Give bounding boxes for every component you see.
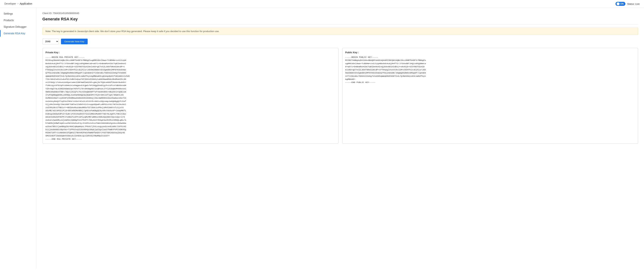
sidebar-item-signature-debugger[interactable]: Signature Debugger (0, 23, 36, 30)
layout: Settings Products Signature Debugger Gen… (0, 7, 644, 269)
client-id-row: Client ID: 75643014516509000045 (42, 12, 638, 14)
toggle-label: ON (620, 2, 624, 5)
live-toggle[interactable]: ON (616, 2, 626, 6)
sidebar-signature-label: Signature Debugger (4, 25, 26, 28)
breadcrumb: Developer > Application (4, 2, 32, 5)
status-area: ON Status: Live (616, 2, 640, 6)
keys-container: Private Key : -----BEGIN RSA PRIVATE KEY… (42, 48, 638, 144)
sidebar-item-products[interactable]: Products (0, 17, 36, 23)
client-id-label: Client ID: (42, 12, 52, 14)
breadcrumb-parent: Developer (4, 2, 16, 5)
breadcrumb-separator: > (17, 2, 18, 5)
sidebar: Settings Products Signature Debugger Gen… (0, 7, 36, 269)
private-key-label: Private Key : (46, 51, 336, 54)
private-key-text: -----BEGIN RSA PRIVATE KEY----- MIIEogIB… (46, 56, 336, 140)
page-title: Generate RSA Key (42, 17, 638, 21)
generate-new-key-button[interactable]: Generate New Key (61, 39, 88, 44)
note-box: Note: The key is generated in Javascript… (42, 27, 638, 35)
title-divider (42, 24, 638, 25)
sidebar-rsa-label: Generate RSA Key (4, 32, 25, 35)
public-key-label: Public Key : (345, 51, 635, 54)
public-key-text: -----BEGIN PUBLIC KEY----- MIIBITANBgkqh… (345, 56, 635, 84)
sidebar-settings-label: Settings (4, 12, 13, 15)
status-text: Status: Live (627, 2, 640, 5)
breadcrumb-current: Application (20, 2, 32, 5)
public-key-panel: Public Key : -----BEGIN PUBLIC KEY----- … (342, 48, 638, 144)
client-id-value: 75643014516509000045 (53, 12, 79, 14)
controls-row: 2048 1024 4096 Generate New Key (42, 39, 638, 44)
sidebar-item-settings[interactable]: Settings (0, 10, 36, 17)
sidebar-products-label: Products (4, 19, 14, 22)
sidebar-item-generate-rsa[interactable]: Generate RSA Key (0, 30, 36, 37)
toggle-circle (616, 2, 620, 5)
key-size-select[interactable]: 2048 1024 4096 (42, 39, 59, 44)
main-content: Client ID: 75643014516509000045 Generate… (36, 7, 644, 269)
private-key-panel: Private Key : -----BEGIN RSA PRIVATE KEY… (42, 48, 338, 144)
header: Developer > Application ON Status: Live (0, 0, 644, 7)
